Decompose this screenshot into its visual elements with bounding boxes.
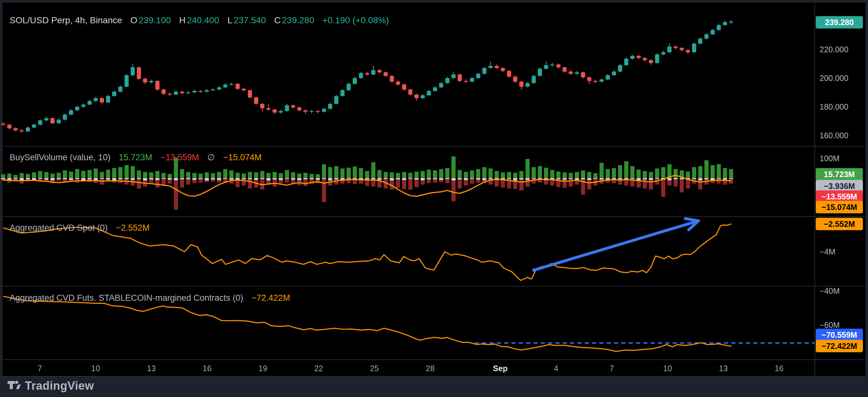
ohlc-close: C239.280 [274,15,314,26]
cvd-futs-value: −72.422M [251,293,290,303]
volume-avg-value: −15.074M [223,153,261,162]
cvd-spot-title[interactable]: Aggregated CVD Spot (0) [9,223,108,233]
ohlc-low: L237.540 [227,15,266,26]
time-axis-label: 10 [91,364,100,373]
pane-separator[interactable] [3,216,865,217]
cvd-futs-legend[interactable]: Aggregated CVD Futs. STABLECOIN-margined… [9,293,290,303]
time-axis-label: 25 [370,364,379,373]
volume-value-badge: 15.723M [816,168,863,181]
volume-value-badge: −15.074M [816,201,863,213]
volume-indicator-title[interactable]: BuySellVolume (value, 10) [9,153,111,162]
trend-arrow-annotation [532,219,699,272]
cvd_futs-axis-tick: −60M [819,320,840,330]
time-axis-label: 28 [426,364,435,373]
cvd_futs-value-badge: −72.422M [816,340,863,353]
time-axis-label: 13 [719,364,728,373]
cvd_spot-axis-tick: −4M [819,247,835,256]
time-axis[interactable] [3,361,814,376]
time-axis-label: 4 [554,364,558,373]
time-axis-label: 13 [147,364,156,373]
tradingview-logo-text: TradingView [25,379,94,393]
pane-separator[interactable] [3,146,865,147]
cvd_futs-value-badge: −70.559M [816,329,863,341]
candles [1,20,733,132]
time-axis-label: 19 [258,364,267,373]
time-axis-label: 22 [314,364,323,373]
price-axis-border [814,3,815,376]
average-symbol-icon: ∅ [208,152,215,162]
price-axis-tick: 220.000 [819,45,848,54]
time-axis-label: Sep [493,364,507,373]
volume-indicator-legend[interactable]: BuySellVolume (value, 10) 15.723M −13.55… [9,152,261,162]
right-frame [865,0,868,397]
price-axis-tick: 180.000 [819,102,848,112]
volume-buy-value: 15.723M [119,153,152,162]
chart-plot-svg[interactable] [0,0,868,397]
volume-bars [1,156,733,210]
volume-axis-tick: 100M [819,154,840,163]
time-axis-label: 16 [203,364,212,373]
tradingview-chart-window: SOL/USD Perp, 4h, Binance O239.100 H240.… [0,0,868,397]
ohlc-high: H240.400 [179,15,219,26]
symbol-title[interactable]: SOL/USD Perp, 4h, Binance [9,15,122,26]
pane-separator [3,359,865,360]
tradingview-logo-icon [7,379,21,392]
cvd_spot-value-badge: −2.552M [816,218,863,231]
cvd-futs-title[interactable]: Aggregated CVD Futs. STABLECOIN-margined… [9,293,243,303]
cvd-spot-legend[interactable]: Aggregated CVD Spot (0) −2.552M [9,223,150,233]
price-change: +0.190 (+0.08%) [322,15,389,26]
cvd-spot-value: −2.552M [116,223,150,233]
time-axis-label: 16 [775,364,783,373]
ohlc-open: O239.100 [130,15,171,26]
footer-bar: TradingView [0,376,868,397]
time-axis-label: 7 [38,364,42,373]
time-axis-label: 10 [663,364,672,373]
tradingview-logo[interactable]: TradingView [7,379,94,393]
time-axis-label: 7 [610,364,614,373]
pane-separator[interactable] [3,286,865,286]
cvd_futs-axis-tick: −40M [819,286,840,296]
price-axis-tick: 200.000 [819,73,848,83]
symbol-legend[interactable]: SOL/USD Perp, 4h, Binance O239.100 H240.… [9,15,389,26]
volume-sell-value: −13.559M [161,153,199,162]
price-value-badge: 239.280 [816,16,863,29]
price-axis-tick: 160.000 [819,131,848,140]
